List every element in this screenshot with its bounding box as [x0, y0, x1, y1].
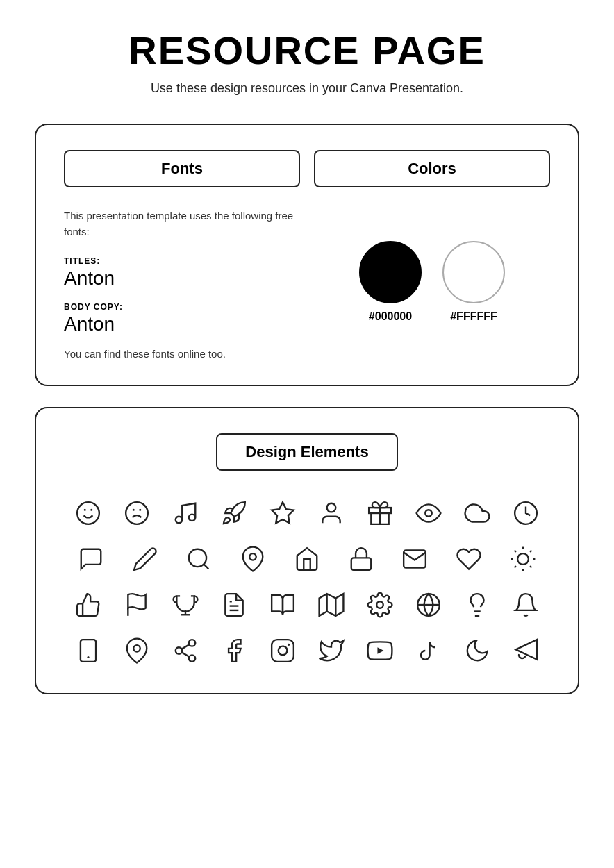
svg-point-12	[425, 510, 432, 517]
music-notes-icon	[168, 496, 203, 531]
svg-point-41	[133, 645, 140, 652]
body-copy-label: BODY COPY:	[64, 302, 300, 312]
design-elements-header: Design Elements	[64, 433, 550, 471]
home-icon	[290, 542, 324, 576]
svg-line-15	[204, 564, 209, 569]
trophy-icon	[168, 587, 203, 622]
color-swatch-white: #FFFFFF	[442, 241, 505, 323]
body-font-block: BODY COPY: Anton	[64, 302, 300, 335]
svg-line-25	[515, 566, 516, 567]
svg-marker-8	[272, 502, 294, 523]
color-hex-white: #FFFFFF	[450, 310, 497, 323]
svg-marker-31	[320, 594, 344, 616]
titles-font-block: TITLES: Anton	[64, 256, 300, 290]
svg-point-16	[249, 553, 256, 560]
svg-line-26	[530, 551, 531, 552]
icons-row-3	[64, 587, 550, 622]
svg-line-45	[182, 652, 190, 656]
svg-point-18	[517, 553, 529, 565]
bell-icon	[508, 587, 543, 622]
sun-icon	[506, 542, 540, 576]
share-icon	[168, 633, 203, 668]
page-subtitle: Use these design resources in your Canva…	[151, 81, 463, 96]
mail-icon	[397, 542, 432, 576]
youtube-icon	[363, 633, 397, 668]
facebook-icon	[217, 633, 251, 668]
svg-point-9	[327, 503, 336, 512]
megaphone-icon	[508, 633, 543, 668]
svg-line-22	[530, 566, 531, 567]
pencil-icon	[128, 542, 163, 576]
svg-point-34	[376, 601, 383, 608]
cloud-icon	[460, 496, 495, 531]
svg-line-46	[182, 644, 190, 649]
svg-rect-17	[351, 558, 371, 569]
instagram-icon	[265, 633, 300, 668]
svg-point-3	[126, 502, 148, 524]
fonts-description: This presentation template uses the foll…	[64, 208, 300, 240]
fonts-colors-card: Fonts Colors This presentation template …	[35, 124, 579, 386]
design-elements-label: Design Elements	[216, 433, 397, 471]
card-header-row: Fonts Colors	[64, 150, 550, 187]
eye-icon	[411, 496, 446, 531]
flag-icon	[119, 587, 154, 622]
tiktok-icon	[411, 633, 446, 668]
settings-icon	[363, 587, 397, 622]
lock-icon	[344, 542, 379, 576]
color-hex-black: #000000	[369, 310, 412, 323]
map-icon	[314, 587, 349, 622]
fonts-label: Fonts	[64, 150, 300, 187]
user-icon	[314, 496, 349, 531]
icons-row-4	[64, 633, 550, 668]
twitter-icon	[314, 633, 349, 668]
svg-point-44	[189, 655, 196, 662]
pin-icon	[235, 542, 270, 576]
color-swatch-black: #000000	[359, 241, 422, 323]
moon-icon	[460, 633, 495, 668]
fonts-section: This presentation template uses the foll…	[64, 208, 314, 360]
lightbulb-icon	[460, 587, 495, 622]
body-font-name: Anton	[64, 313, 300, 335]
document-icon	[217, 587, 251, 622]
colors-label: Colors	[314, 150, 550, 187]
thumbs-up-icon	[71, 587, 106, 622]
design-elements-card: Design Elements	[35, 407, 579, 694]
fonts-colors-content: This presentation template uses the foll…	[64, 208, 550, 360]
globe-icon	[411, 587, 446, 622]
smiley-icon	[71, 496, 106, 531]
page-title: RESOURCE PAGE	[128, 28, 485, 73]
svg-point-6	[176, 517, 183, 524]
colors-section: #000000 #FFFFFF	[314, 208, 550, 360]
gift-icon	[363, 496, 397, 531]
titles-label: TITLES:	[64, 256, 300, 266]
location-pin-icon	[119, 633, 154, 668]
svg-line-21	[515, 551, 516, 552]
icons-grid	[64, 496, 550, 668]
svg-point-0	[77, 502, 99, 524]
rocket-icon	[217, 496, 251, 531]
color-swatches: #000000 #FFFFFF	[359, 241, 505, 323]
star-icon	[265, 496, 300, 531]
color-circle-black	[359, 241, 422, 303]
chat-bubble-icon	[74, 542, 108, 576]
svg-point-43	[176, 647, 183, 654]
search-icon	[181, 542, 216, 576]
sad-face-icon	[119, 496, 154, 531]
fonts-footer: You can find these fonts online too.	[64, 348, 300, 360]
smartphone-icon	[71, 633, 106, 668]
svg-point-7	[189, 515, 196, 521]
titles-font-name: Anton	[64, 267, 300, 290]
heart-icon	[451, 542, 486, 576]
svg-point-42	[189, 640, 196, 646]
color-circle-white	[442, 241, 505, 303]
clock-icon	[508, 496, 543, 531]
icons-row-1	[64, 496, 550, 531]
book-open-icon	[265, 587, 300, 622]
svg-marker-49	[377, 647, 383, 654]
svg-rect-47	[272, 640, 294, 662]
svg-point-14	[189, 549, 206, 567]
icons-row-2	[64, 542, 550, 576]
